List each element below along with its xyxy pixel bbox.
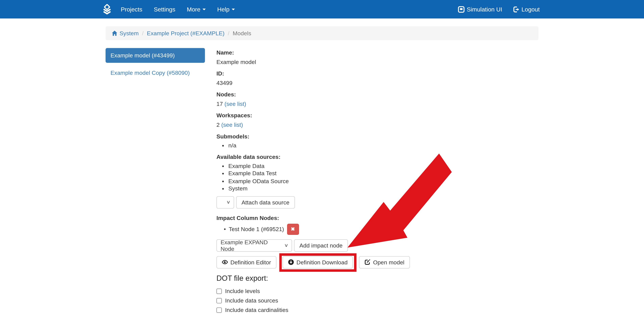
breadcrumb: System / Example Project (#EXAMPLE) / Mo… xyxy=(106,26,538,40)
submodel-item: n/a xyxy=(228,142,538,149)
attach-data-source-button[interactable]: Attach data source xyxy=(236,196,295,208)
submodels-term: Submodels: xyxy=(216,132,538,140)
dot-option-row: Include levels xyxy=(216,286,538,296)
nav-item-help-dropdown[interactable]: Help xyxy=(217,6,235,12)
include-data-cardinalities-checkbox[interactable] xyxy=(216,307,222,313)
breadcrumb-separator: / xyxy=(142,29,144,37)
model-details-panel: Name: Example model ID: 43499 Nodes: 17 … xyxy=(216,48,538,314)
eye-icon xyxy=(222,259,228,265)
breadcrumb-current-models: Models xyxy=(233,29,251,37)
app-page: Projects Settings More Help Simul xyxy=(0,0,644,314)
dot-file-export-title: DOT file export: xyxy=(216,274,538,283)
chevron-down-icon: ∨ xyxy=(226,200,230,205)
top-navbar: Projects Settings More Help Simul xyxy=(0,0,644,18)
nodes-see-list-link[interactable]: (see list) xyxy=(224,101,246,107)
caret-down-icon xyxy=(202,8,206,10)
add-impact-node-row: Example EXPAND Node ∨ Add impact node xyxy=(216,239,538,252)
model-list-sidebar: Example model (#43499) Example model Cop… xyxy=(106,48,205,77)
impact-node-select[interactable]: Example EXPAND Node ∨ xyxy=(216,239,292,252)
impact-node-list-item: • Test Node 1 (#69521) ✖ xyxy=(216,224,538,235)
id-term: ID: xyxy=(216,69,538,78)
model-actions-row: Definition Editor Definition Download xyxy=(216,256,538,268)
definition-editor-button[interactable]: Definition Editor xyxy=(216,256,276,268)
remove-impact-node-button[interactable]: ✖ xyxy=(287,224,299,235)
sidebar-item-example-model-copy[interactable]: Example model Copy (#58090) xyxy=(106,68,205,77)
include-levels-checkbox[interactable] xyxy=(216,288,222,294)
include-data-sources-label: Include data sources xyxy=(225,296,278,305)
data-sources-list: Example Data Example Data Test Example O… xyxy=(216,162,538,192)
sidebar-item-example-model-active[interactable]: Example model (#43499) xyxy=(106,48,205,63)
breadcrumb-system-label: System xyxy=(120,29,139,37)
add-impact-node-button[interactable]: Add impact node xyxy=(294,239,348,252)
dot-option-row: Include data cardinalities xyxy=(216,305,538,314)
model-properties: Name: Example model ID: 43499 Nodes: 17 … xyxy=(216,48,538,192)
download-circle-icon xyxy=(288,259,294,265)
x-remove-icon: ✖ xyxy=(291,226,295,232)
impact-column-nodes-term: Impact Column Nodes: xyxy=(216,214,538,222)
name-value: Example model xyxy=(216,58,538,66)
open-model-label: Open model xyxy=(373,259,404,265)
simulation-ui-label: Simulation UI xyxy=(467,6,502,12)
dot-option-row: Include data sources xyxy=(216,296,538,305)
chevron-down-icon: ∨ xyxy=(284,243,288,248)
impact-node-select-value: Example EXPAND Node xyxy=(220,239,280,252)
breadcrumb-system-link[interactable]: System xyxy=(112,29,139,37)
app-logo-icon[interactable] xyxy=(102,4,112,14)
breadcrumb-separator: / xyxy=(228,29,229,37)
nodes-count: 17 xyxy=(216,101,223,107)
bullet: • xyxy=(224,224,226,235)
definition-download-button[interactable]: Definition Download xyxy=(282,256,353,268)
workspaces-see-list-link[interactable]: (see list) xyxy=(221,122,243,128)
name-term: Name: xyxy=(216,48,538,57)
nav-help-label: Help xyxy=(217,6,230,12)
caret-down-icon xyxy=(232,8,235,10)
definition-editor-label: Definition Editor xyxy=(230,259,271,265)
nodes-value: 17 (see list) xyxy=(216,100,538,108)
open-model-button[interactable]: Open model xyxy=(359,256,410,268)
data-sources-term: Available data sources: xyxy=(216,152,538,161)
include-data-sources-checkbox[interactable] xyxy=(216,298,222,303)
data-source-select[interactable]: ∨ xyxy=(216,196,234,208)
nav-item-projects[interactable]: Projects xyxy=(121,6,142,12)
definition-download-wrapper: Definition Download xyxy=(282,256,353,268)
data-source-item: Example OData Source xyxy=(228,177,538,185)
nav-item-simulation-ui[interactable]: Simulation UI xyxy=(458,6,502,12)
app-window-icon xyxy=(458,6,465,12)
logout-icon xyxy=(513,6,519,12)
nav-more-label: More xyxy=(187,6,200,12)
attach-data-source-row: ∨ Attach data source xyxy=(216,196,538,208)
screenshot-stage: Projects Settings More Help Simul xyxy=(0,0,644,314)
submodels-list: n/a xyxy=(216,142,538,149)
nav-item-logout[interactable]: Logout xyxy=(513,6,540,12)
logout-label: Logout xyxy=(522,6,540,12)
workspaces-value: 2 (see list) xyxy=(216,121,538,129)
workspaces-term: Workspaces: xyxy=(216,111,538,119)
data-source-item: System xyxy=(228,185,538,192)
workspaces-count: 2 xyxy=(216,122,220,128)
definition-download-label: Definition Download xyxy=(296,259,348,265)
nav-item-settings[interactable]: Settings xyxy=(154,6,175,12)
nodes-term: Nodes: xyxy=(216,90,538,99)
include-data-cardinalities-label: Include data cardinalities xyxy=(225,305,288,314)
impact-node-label: Test Node 1 (#69521) xyxy=(229,226,284,232)
data-source-item: Example Data xyxy=(228,162,538,170)
edit-square-icon xyxy=(364,259,370,265)
include-levels-label: Include levels xyxy=(225,286,260,296)
data-source-item: Example Data Test xyxy=(228,170,538,177)
home-icon xyxy=(112,30,118,36)
nav-links: Projects Settings More Help xyxy=(121,6,235,12)
id-value: 43499 xyxy=(216,79,538,87)
nav-item-more-dropdown[interactable]: More xyxy=(187,6,206,12)
nav-right-group: Simulation UI Logout xyxy=(458,6,540,12)
breadcrumb-project-link[interactable]: Example Project (#EXAMPLE) xyxy=(147,29,225,37)
